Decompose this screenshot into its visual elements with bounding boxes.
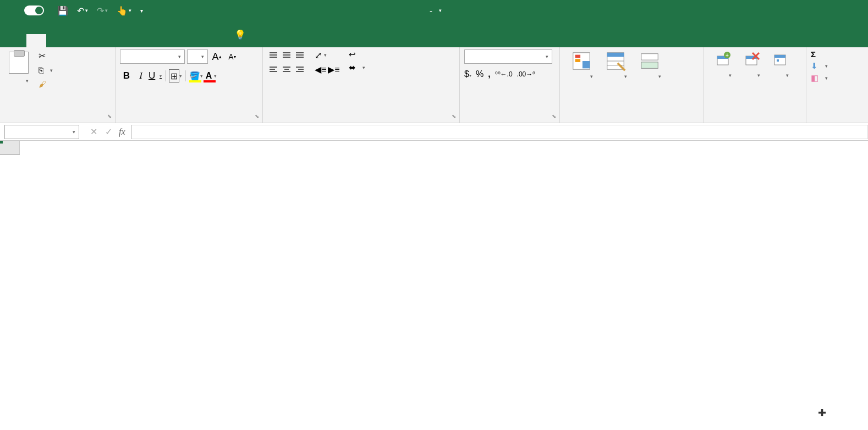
cut-button[interactable]: ✂	[36, 49, 55, 62]
qat-customize-button[interactable]: ▾	[140, 8, 143, 14]
tab-draw[interactable]	[66, 34, 86, 47]
svg-rect-5	[607, 53, 624, 57]
delete-cells-button[interactable]: ▾	[737, 49, 766, 123]
cond-fmt-icon	[570, 51, 593, 71]
align-right-button[interactable]	[294, 64, 306, 75]
font-size-combo[interactable]: ▾	[187, 49, 208, 64]
spreadsheet-grid[interactable]: ✚	[0, 141, 868, 430]
format-painter-button[interactable]: 🖌	[36, 78, 55, 90]
cell-styles-icon	[638, 51, 661, 71]
document-title: - ▾	[426, 6, 442, 15]
tab-page-layout[interactable]	[86, 34, 106, 47]
svg-rect-8	[641, 54, 658, 60]
autosum-button[interactable]: Σ	[811, 49, 828, 59]
insert-cells-button[interactable]: + ▾	[708, 49, 737, 123]
border-button[interactable]: ⊞▾	[169, 69, 182, 82]
chevron-down-icon[interactable]: ▾	[439, 8, 442, 13]
tell-me-search[interactable]: 💡	[224, 23, 260, 47]
redo-button[interactable]: ↷▾	[97, 5, 108, 16]
dialog-launcher-icon[interactable]: ⬊	[452, 113, 456, 119]
clear-button[interactable]: ◧▾	[811, 73, 828, 83]
name-box[interactable]: ▾	[4, 125, 79, 139]
tab-data[interactable]	[125, 34, 145, 47]
decrease-indent-button[interactable]: ◀≡	[315, 64, 327, 75]
svg-rect-3	[583, 61, 590, 68]
font-color-icon: A	[204, 71, 214, 81]
increase-indent-button[interactable]: ▶≡	[328, 64, 340, 75]
format-as-table-button[interactable]: ▾	[598, 49, 633, 123]
tab-home[interactable]	[26, 34, 46, 47]
align-top-button[interactable]	[267, 49, 279, 60]
increase-font-button[interactable]: A▴	[210, 50, 223, 63]
merge-center-button[interactable]: ⬌▾	[349, 63, 365, 73]
border-icon: ⊞	[169, 69, 179, 82]
merge-icon: ⬌	[349, 63, 356, 73]
cell-styles-button[interactable]: ▾	[633, 49, 667, 123]
decrease-decimal-button[interactable]: .00→⁰	[517, 70, 536, 78]
comma-format-button[interactable]: ,	[488, 69, 490, 79]
eraser-icon: ◧	[811, 73, 818, 83]
tab-view[interactable]	[165, 34, 185, 47]
format-icon	[771, 51, 789, 68]
align-center-button[interactable]	[281, 64, 293, 75]
number-format-combo[interactable]: ▾	[464, 49, 552, 64]
dialog-launcher-icon[interactable]: ⬊	[552, 113, 556, 119]
underline-button[interactable]: U▾	[149, 69, 162, 82]
group-editing: Σ ⬇▾ ◧▾	[806, 47, 867, 123]
touch-mode-button[interactable]: 👆▾	[117, 5, 131, 16]
align-left-button[interactable]	[267, 64, 279, 75]
brush-icon: 🖌	[39, 79, 47, 89]
tab-file[interactable]	[7, 34, 26, 47]
bold-button[interactable]: B	[120, 69, 133, 82]
decrease-font-button[interactable]: A▾	[226, 50, 239, 63]
italic-button[interactable]: I	[134, 69, 147, 82]
dialog-launcher-icon[interactable]: ⬊	[107, 113, 112, 119]
formula-input[interactable]	[131, 125, 868, 139]
enter-formula-icon[interactable]: ✓	[105, 126, 112, 137]
ribbon: ▾ ✂ ⎘▾ 🖌 ⬊ ▾ ▾ A▴ A▾ B I U▾ ⊞▾	[0, 47, 868, 123]
cancel-formula-icon[interactable]: ✕	[90, 126, 97, 137]
tab-insert[interactable]	[46, 34, 66, 47]
copy-button[interactable]: ⎘▾	[36, 64, 55, 76]
font-name-combo[interactable]: ▾	[120, 49, 185, 64]
svg-rect-17	[774, 55, 785, 58]
align-bottom-button[interactable]	[294, 49, 306, 60]
autosave-toggle[interactable]	[18, 5, 44, 15]
fill-button[interactable]: ⬇▾	[811, 61, 828, 71]
quick-access-toolbar: 💾 ↶▾ ↷▾ 👆▾ ▾	[57, 5, 143, 16]
increase-decimal-button[interactable]: ⁰⁰←.0	[495, 70, 513, 78]
group-number: ▾ $▾ % , ⁰⁰←.0 .00→⁰ ⬊	[460, 47, 560, 123]
percent-format-button[interactable]: %	[476, 69, 484, 79]
lightbulb-icon: 💡	[234, 29, 246, 41]
cursor-cross-icon: ✚	[818, 407, 826, 419]
tab-team[interactable]	[205, 34, 224, 47]
wrap-icon: ↩	[349, 49, 356, 59]
copy-icon: ⎘	[39, 65, 43, 75]
select-all-corner[interactable]	[0, 141, 20, 155]
paste-button[interactable]: ▾	[4, 49, 33, 123]
conditional-formatting-button[interactable]: ▾	[564, 49, 598, 123]
tab-addins[interactable]	[185, 34, 205, 47]
font-color-button[interactable]: A▾	[204, 69, 217, 82]
bucket-icon: 🪣	[189, 71, 200, 81]
svg-rect-2	[575, 59, 581, 62]
group-font: ▾ ▾ A▴ A▾ B I U▾ ⊞▾ 🪣▾ A▾ ⬊	[116, 47, 263, 123]
fx-icon[interactable]: fx	[119, 127, 125, 137]
align-middle-button[interactable]	[281, 49, 293, 60]
group-clipboard: ▾ ✂ ⎘▾ 🖌 ⬊	[0, 47, 116, 123]
undo-button[interactable]: ↶▾	[77, 5, 88, 16]
tab-formulas[interactable]	[106, 34, 125, 47]
wrap-text-button[interactable]: ↩	[349, 49, 365, 59]
save-icon[interactable]: 💾	[57, 5, 68, 16]
format-cells-button[interactable]: ▾	[766, 49, 794, 123]
scissors-icon: ✂	[39, 51, 46, 61]
svg-rect-9	[641, 62, 658, 68]
delete-icon	[743, 51, 760, 68]
accounting-format-button[interactable]: $▾	[464, 69, 471, 79]
fill-color-button[interactable]: 🪣▾	[189, 69, 202, 82]
fill-down-icon: ⬇	[811, 61, 818, 71]
orientation-button[interactable]: ⤢▾	[315, 49, 327, 60]
table-icon	[604, 51, 627, 71]
dialog-launcher-icon[interactable]: ⬊	[255, 113, 259, 119]
tab-review[interactable]	[145, 34, 165, 47]
